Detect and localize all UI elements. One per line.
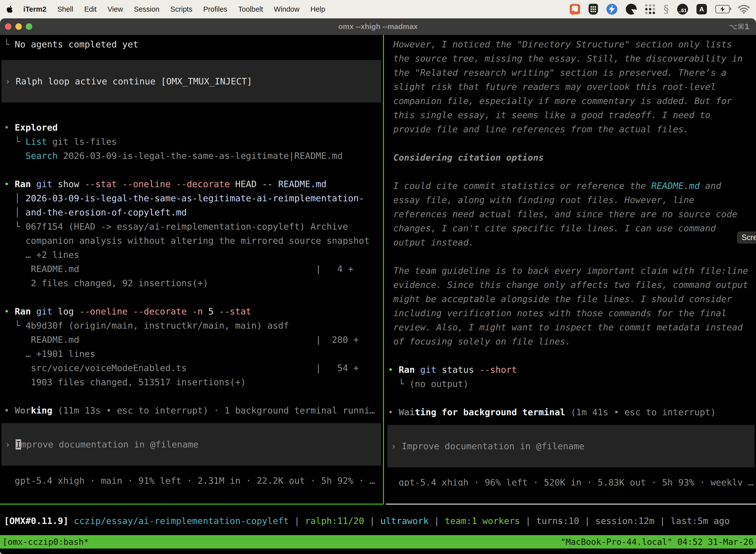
terminal-line: references need actual files, and since … xyxy=(386,207,756,221)
text-segment: references need actual files, and since … xyxy=(388,209,737,219)
text-segment: provide file and line references from th… xyxy=(388,124,689,134)
terminal-line: might be acceptable alongside the file l… xyxy=(386,292,756,306)
chat-app-icon[interactable] xyxy=(570,3,580,15)
text-segment: └ xyxy=(4,136,25,147)
left-pane-border-bottom xyxy=(0,504,383,505)
terminal-line: • Waiting for background terminal (1m 41… xyxy=(386,405,756,419)
command-input-box[interactable]: › Ralph loop active continue [OMX_TMUX_I… xyxy=(1,60,381,103)
crescent-circle-icon[interactable] xyxy=(626,3,637,15)
text-segment: might be acceptable alongside the file l… xyxy=(388,294,732,304)
wifi-glyph xyxy=(738,5,750,14)
squiggle-icon[interactable]: § xyxy=(664,3,669,15)
battery-icon[interactable] xyxy=(715,3,730,15)
text-segment: [OMX#0.11.9] xyxy=(4,516,68,526)
text-segment: including verification notes with those … xyxy=(388,308,727,318)
text-segment: • xyxy=(4,179,15,189)
text-segment: (11m 13s • esc to interrupt) · 1 backgro… xyxy=(52,405,375,416)
text-segment: ralph:11/20 xyxy=(305,516,364,526)
badge-61-icon[interactable]: ..61 xyxy=(677,3,688,15)
window-title-bar[interactable]: omx --xhigh --madmax ⌥⌘1 xyxy=(0,18,756,35)
terminal-line: • Working (11m 13s • esc to interrupt) ·… xyxy=(0,403,383,418)
menu-status-icons: § ..61 A xyxy=(570,3,750,15)
terminal-line: • Ran git log --oneline --decorate -n 5 … xyxy=(0,304,383,319)
pane-divider[interactable] xyxy=(383,35,384,504)
text-segment: Ran xyxy=(398,365,415,375)
text-segment: the source tree, missing the essay. Stil… xyxy=(388,53,743,63)
wifi-icon[interactable] xyxy=(738,3,750,15)
text-segment: │ xyxy=(4,207,25,217)
menu-item-toolbelt[interactable]: Toolbelt xyxy=(238,5,263,13)
traffic-lights xyxy=(0,23,36,30)
menu-item-session[interactable]: Session xyxy=(134,5,160,13)
bolt-glyph xyxy=(609,5,615,13)
terminal-line: companion analysis without altering the … xyxy=(0,233,383,248)
text-segment: • xyxy=(4,306,15,317)
lightning-circle-icon[interactable] xyxy=(607,3,617,15)
menu-item-shell[interactable]: Shell xyxy=(57,5,73,13)
shield-grid-icon[interactable] xyxy=(588,3,598,15)
terminal-line: src/voice/voiceModeEnabled.ts | 54 + xyxy=(0,361,383,375)
text-segment: --oneline --decorate -n xyxy=(74,306,203,317)
left-terminal-pane[interactable]: └ No agents completed yet› Ralph loop ac… xyxy=(0,35,383,486)
text-segment: The team guideline is to back every impo… xyxy=(388,266,748,276)
text-segment: this single essay, it seems like a good … xyxy=(388,110,710,120)
terminal-line: gpt-5.4 xhigh · 96% left · 520K in · 5.8… xyxy=(386,475,756,486)
terminal-line: I could cite commit statistics or refere… xyxy=(386,179,756,193)
zoom-button[interactable] xyxy=(26,23,32,30)
keyboard-layout-label: A xyxy=(696,4,707,14)
text-segment: I could cite commit statistics or refere… xyxy=(388,181,651,191)
text-segment: of focusing solely on file lines. xyxy=(388,336,571,346)
text-segment: | xyxy=(654,516,671,526)
terminal-line: … +2 lines xyxy=(0,248,383,262)
terminal-line: └ 067f154 (HEAD -> essay/ai-reimplementa… xyxy=(0,219,383,233)
menu-item-scripts[interactable]: Scripts xyxy=(170,5,192,13)
text-segment: 2026-03-09-is-legal-the-same-as-legitima… xyxy=(58,151,343,161)
terminal-line: The team guideline is to back every impo… xyxy=(386,264,756,278)
text-segment: … +1901 lines xyxy=(4,349,95,359)
terminal-line: └ (no output) xyxy=(386,377,756,391)
text-segment: team:1 workers xyxy=(445,516,520,526)
tooltip-label: Scre xyxy=(742,233,756,242)
terminal-line: • Explored xyxy=(0,120,383,134)
text-segment: ting for background terminal xyxy=(415,407,565,417)
command-input-box[interactable]: › Improve documentation in @filename xyxy=(387,425,755,467)
terminal-line: README.md | 280 + xyxy=(0,333,383,347)
command-input-text: › Improve documentation in @filename xyxy=(1,437,198,451)
tmux-host-clock-label: "MacBook-Pro-44.local" 04:52 31-Mar-26 xyxy=(561,537,754,547)
command-input-text: › Ralph loop active continue [OMX_TMUX_I… xyxy=(1,74,252,88)
text-segment: changes, I can't cite specific file line… xyxy=(388,223,716,233)
menu-item-edit[interactable]: Edit xyxy=(84,5,97,13)
close-button[interactable] xyxy=(5,23,11,30)
minimize-button[interactable] xyxy=(15,23,22,30)
keyboard-layout-icon[interactable]: A xyxy=(696,3,707,15)
menu-item-help[interactable]: Help xyxy=(310,5,325,13)
terminal-line: companion file, especially if more comme… xyxy=(386,94,756,108)
text-segment: essay file, along with finding root file… xyxy=(388,195,694,205)
dots-grid-icon[interactable] xyxy=(645,3,655,15)
text-segment: README.md xyxy=(651,181,700,191)
text-segment: └ 067f154 (HEAD -> essay/ai-reimplementa… xyxy=(4,221,348,232)
text-segment: 2026-03-09-is-legal-the-same-as-legitima… xyxy=(25,193,364,203)
right-terminal-pane[interactable]: However, I noticed the "Directory Struct… xyxy=(386,35,756,486)
text-segment: and xyxy=(700,181,721,191)
menu-item-window[interactable]: Window xyxy=(274,5,299,13)
menu-item-view[interactable]: View xyxy=(107,5,123,13)
command-input-text: › Improve documentation in @filename xyxy=(387,439,584,453)
text-segment: gpt-5.4 xhigh · 96% left · 520K in · 5.8… xyxy=(388,477,754,486)
terminal-line xyxy=(386,136,756,151)
text-segment: -- xyxy=(257,179,273,189)
text-segment: Considering citation options xyxy=(388,152,544,163)
menu-item-profiles[interactable]: Profiles xyxy=(203,5,228,13)
text-segment xyxy=(4,151,25,161)
desktop: { "menu_bar": { "items": ["iTerm2","Shel… xyxy=(0,0,756,554)
apple-menu-icon[interactable] xyxy=(6,5,14,14)
text-segment: └ (no output) xyxy=(388,379,468,389)
terminal-line: 2 files changed, 92 insertions(+) xyxy=(0,276,383,290)
text-segment: README.md | 4 + xyxy=(4,264,354,274)
text-segment: | xyxy=(289,516,305,526)
terminal-line xyxy=(386,165,756,179)
text-segment: show xyxy=(52,179,79,189)
menu-item-iterm2[interactable]: iTerm2 xyxy=(23,5,46,13)
command-input-box[interactable]: › Improve documentation in @filename xyxy=(1,423,381,466)
terminal-line: provide file and line references from th… xyxy=(386,122,756,136)
